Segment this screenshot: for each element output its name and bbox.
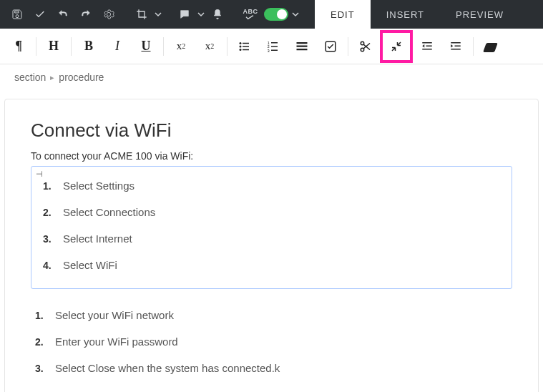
svg-point-0 <box>240 42 242 44</box>
indent-button[interactable] <box>441 32 470 61</box>
svg-rect-13 <box>297 45 308 46</box>
toggle-chevron-icon[interactable] <box>292 4 299 24</box>
outdent-button[interactable] <box>413 32 441 61</box>
redo-icon[interactable] <box>76 4 96 24</box>
list-item[interactable]: 4.Select WiFi <box>43 252 504 278</box>
page-title[interactable]: Connect via WiFi <box>31 119 512 142</box>
spellcheck-icon[interactable]: ABC <box>240 4 260 24</box>
svg-point-4 <box>240 49 242 51</box>
crop-chevron-icon[interactable] <box>155 4 162 24</box>
mode-tabs: EDIT INSERT PREVIEW <box>315 0 519 29</box>
check-icon[interactable] <box>30 4 50 24</box>
tab-edit[interactable]: EDIT <box>315 0 371 29</box>
breadcrumb-procedure[interactable]: procedure <box>59 72 104 83</box>
settings-icon[interactable] <box>99 4 119 24</box>
format-toolbar: ¶ H B I U x2 x2 123 <box>0 29 543 64</box>
bullet-list-button[interactable] <box>230 32 259 61</box>
list-item[interactable]: 1.Select your WiFi network <box>35 302 512 328</box>
boxed-step-list: 1.Select Settings 2.Select Connections 3… <box>43 172 504 278</box>
bold-button[interactable]: B <box>74 32 103 61</box>
underline-button[interactable]: U <box>132 32 160 61</box>
svg-rect-12 <box>297 42 308 44</box>
svg-rect-3 <box>243 46 249 47</box>
list-item[interactable]: 2.Enter your WiFi password <box>35 328 512 355</box>
step-list-2: 1.Select your WiFi network 2.Enter your … <box>35 302 512 381</box>
svg-rect-9 <box>271 46 278 47</box>
svg-rect-11 <box>271 49 278 51</box>
svg-rect-22 <box>455 45 461 46</box>
undo-icon[interactable] <box>53 4 73 24</box>
superscript-button[interactable]: x2 <box>167 32 195 61</box>
collapse-button[interactable] <box>383 33 410 60</box>
svg-rect-14 <box>297 49 308 50</box>
cursor-marker: ⊣ <box>36 170 43 179</box>
svg-rect-19 <box>426 45 432 46</box>
pilcrow-button[interactable]: ¶ <box>4 32 33 61</box>
heading-button[interactable]: H <box>39 32 68 61</box>
comment-chevron-icon[interactable] <box>197 4 205 24</box>
svg-rect-18 <box>422 42 432 44</box>
tab-preview[interactable]: PREVIEW <box>440 0 519 29</box>
scissors-button[interactable] <box>351 32 380 61</box>
bell-icon[interactable] <box>207 4 228 24</box>
breadcrumb-section[interactable]: section <box>14 72 46 83</box>
collapse-button-highlight <box>380 30 413 63</box>
intro-text[interactable]: To connect your ACME 100 via WiFi: <box>31 150 512 162</box>
checklist-button[interactable] <box>316 32 345 61</box>
save-icon[interactable] <box>7 4 27 24</box>
breadcrumb: section ▸ procedure <box>0 64 543 90</box>
list-item[interactable]: 3.Select Close when the system has conne… <box>35 355 512 381</box>
comment-icon[interactable] <box>175 4 195 24</box>
italic-button[interactable]: I <box>103 32 132 61</box>
svg-rect-21 <box>451 42 461 44</box>
svg-rect-23 <box>451 49 461 50</box>
list-item[interactable]: 1.Select Settings <box>43 172 504 199</box>
crop-icon[interactable] <box>132 4 152 24</box>
toggle-switch[interactable] <box>264 8 288 21</box>
list-item[interactable]: 3.Select Internet <box>43 225 504 252</box>
list-item[interactable]: 2.Select Connections <box>43 199 504 225</box>
topbar: ABC EDIT INSERT PREVIEW <box>0 0 543 29</box>
numbered-list-button[interactable]: 123 <box>259 32 288 61</box>
svg-rect-7 <box>271 42 278 44</box>
svg-rect-5 <box>243 49 249 50</box>
selected-steps-box[interactable]: ⊣ 1.Select Settings 2.Select Connections… <box>31 166 512 289</box>
breadcrumb-sep-icon: ▸ <box>50 73 54 82</box>
svg-point-2 <box>240 45 242 47</box>
eraser-button[interactable] <box>476 32 505 61</box>
svg-rect-1 <box>243 42 249 44</box>
definition-list-button[interactable] <box>288 32 316 61</box>
svg-rect-20 <box>422 49 432 50</box>
tab-insert[interactable]: INSERT <box>371 0 440 29</box>
editor-page[interactable]: Connect via WiFi To connect your ACME 10… <box>4 99 539 392</box>
subscript-button[interactable]: x2 <box>195 32 224 61</box>
svg-text:3: 3 <box>268 48 270 52</box>
